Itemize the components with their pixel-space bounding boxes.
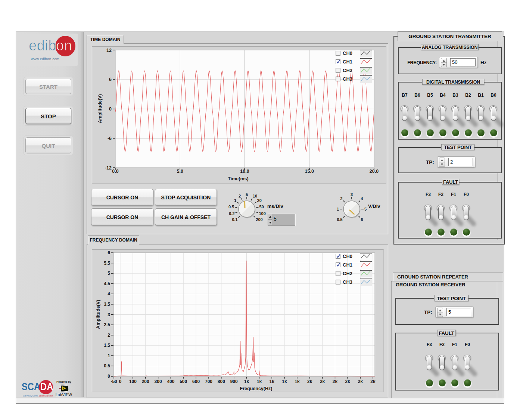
svg-text:0.1: 0.1 [232,217,237,222]
svg-text:1k: 1k [282,379,287,384]
svg-text:2: 2 [340,196,343,201]
svg-text:0.5: 0.5 [228,205,234,209]
svg-text:5.5: 5.5 [104,261,110,266]
svg-text:6: 6 [108,250,110,255]
svg-text:4.5: 4.5 [104,281,110,286]
svg-text:700: 700 [205,379,212,384]
svg-text:300: 300 [155,379,162,384]
svg-text:-12: -12 [105,165,112,171]
svg-text:200: 200 [256,217,262,222]
svg-text:0.0: 0.0 [112,169,118,174]
svg-text:2k: 2k [320,379,325,384]
svg-text:20.0: 20.0 [370,169,379,174]
svg-text:0.5: 0.5 [337,217,342,222]
svg-text:2k: 2k [333,379,338,384]
svg-text:900: 900 [230,379,238,384]
svg-text:Amplitude(V): Amplitude(V) [96,300,101,329]
svg-text:0: 0 [119,379,122,384]
svg-text:2: 2 [239,194,241,198]
svg-text:2.5: 2.5 [104,322,110,327]
svg-text:0: 0 [108,374,110,379]
svg-text:5: 5 [108,271,110,276]
svg-text:5: 5 [246,192,248,197]
svg-text:1k: 1k [270,379,275,384]
svg-text:10.0: 10.0 [240,169,249,174]
svg-text:15.0: 15.0 [305,169,314,174]
svg-text:3: 3 [108,312,110,317]
svg-text:12: 12 [106,48,112,53]
svg-text:1: 1 [234,198,236,203]
svg-text:400: 400 [167,379,174,384]
svg-text:1.5: 1.5 [104,343,110,348]
svg-text:2k: 2k [307,379,312,384]
svg-text:800: 800 [218,379,225,384]
svg-text:Time(ms): Time(ms) [228,176,248,181]
svg-text:1: 1 [337,207,339,211]
svg-text:1k: 1k [295,379,300,384]
svg-text:Amplitude(V): Amplitude(V) [97,94,103,123]
svg-text:0.5: 0.5 [104,363,110,368]
svg-text:600: 600 [192,379,200,384]
svg-text:3.5: 3.5 [104,302,110,307]
svg-text:0: 0 [109,106,112,112]
svg-text:2k: 2k [358,379,363,384]
svg-text:200: 200 [142,379,149,384]
svg-text:0.2: 0.2 [229,211,234,216]
svg-text:2k: 2k [345,379,351,384]
svg-text:-50: -50 [110,379,117,384]
svg-text:500: 500 [180,379,187,384]
svg-text:3: 3 [351,192,353,197]
svg-text:50: 50 [259,205,264,209]
svg-text:5: 5 [364,207,367,211]
svg-text:10: 10 [253,194,257,198]
svg-text:6: 6 [361,217,363,222]
svg-text:100: 100 [259,211,265,216]
svg-text:2k: 2k [370,379,376,384]
svg-text:1k: 1k [257,379,262,384]
svg-text:1: 1 [108,353,110,358]
svg-text:6: 6 [109,77,112,82]
svg-text:4: 4 [108,291,110,296]
svg-text:-6: -6 [108,136,112,141]
svg-text:20: 20 [257,198,262,203]
svg-text:100: 100 [129,379,137,384]
svg-text:1k: 1k [244,379,249,384]
svg-text:5.0: 5.0 [177,169,183,174]
svg-text:4: 4 [361,196,363,201]
svg-text:2: 2 [108,333,110,338]
svg-text:Frequency(Hz): Frequency(Hz) [240,386,273,391]
